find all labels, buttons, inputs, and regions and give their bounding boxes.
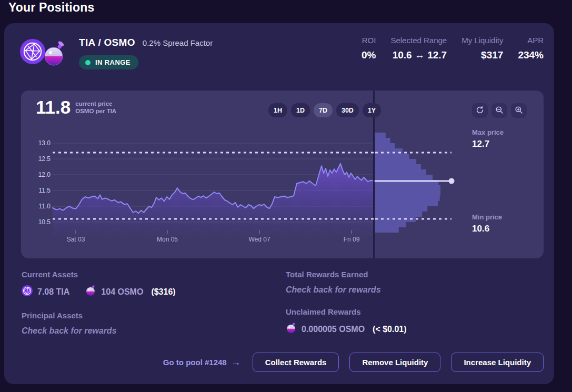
stat-label: ROI xyxy=(362,36,376,45)
chart-zoom-controls xyxy=(472,103,527,118)
osmo-token-icon-small xyxy=(85,285,96,298)
reset-zoom-icon xyxy=(476,106,484,116)
collect-rewards-button[interactable]: Collect Rewards xyxy=(253,353,339,372)
timeframe-1y[interactable]: 1Y xyxy=(363,103,381,117)
liquidity-depth-bar xyxy=(375,159,416,164)
go-to-pool-link[interactable]: Go to pool #1248 → xyxy=(163,357,241,367)
osmo-token-icon xyxy=(43,41,66,68)
pair-name: TIA / OSMO xyxy=(79,37,135,48)
status-label: IN RANGE xyxy=(95,58,131,66)
liquidity-depth-bar xyxy=(375,222,406,227)
osmo-token-icon-small xyxy=(286,323,297,336)
stat-value: 234% xyxy=(518,49,544,61)
zoom-out-icon xyxy=(495,106,504,116)
assets-column: Current Assets 7.08 TIA xyxy=(22,270,269,336)
unclaimed-rewards-header: Unclaimed Rewards xyxy=(286,307,533,316)
liquidity-depth-bar xyxy=(375,133,386,138)
zoom-in-icon xyxy=(515,106,523,116)
total-rewards-note: Check back for rewards xyxy=(286,285,533,295)
reset-zoom-button[interactable] xyxy=(472,103,488,118)
current-price-dot[interactable] xyxy=(449,178,455,184)
chart-panel: 11.8 current price OSMO per TIA 1H 1D 7D… xyxy=(21,91,544,258)
liquidity-depth-bar xyxy=(375,185,440,190)
total-rewards-header: Total Rewards Earned xyxy=(286,270,533,279)
current-price-caption: current price OSMO per TIA xyxy=(75,98,116,115)
unclaimed-amount: 0.000005 OSMO xyxy=(302,325,365,334)
principal-assets-note: Check back for rewards xyxy=(22,326,269,336)
osmo-amount: 104 OSMO xyxy=(101,287,143,297)
liquidity-depth-bar xyxy=(375,190,440,196)
tia-token-icon-small xyxy=(22,285,33,298)
liquidity-depth-bar xyxy=(375,154,409,159)
stat-selected-range: Selected Range 10.6 ↔ 12.7 xyxy=(390,36,447,61)
rewards-column: Total Rewards Earned Check back for rewa… xyxy=(286,270,533,336)
stat-apr: APR 234% xyxy=(518,36,544,61)
max-price-label: Max price xyxy=(472,128,504,136)
tia-amount: 7.08 TIA xyxy=(37,287,69,297)
liquidity-depth-bar xyxy=(375,138,390,143)
max-price-block: Max price 12.7 xyxy=(472,128,504,149)
go-to-pool-label: Go to pool #1248 xyxy=(163,358,227,367)
stat-label: My Liquidity xyxy=(461,36,503,45)
timeframe-selector: 1H 1D 7D 30D 1Y xyxy=(268,103,381,117)
stat-value: $317 xyxy=(481,49,503,61)
min-price-label: Min price xyxy=(472,213,502,221)
max-price-value: 12.7 xyxy=(472,139,504,149)
min-price-value: 10.6 xyxy=(472,224,502,234)
stat-roi: ROI 0% xyxy=(362,36,376,61)
pair-header: TIA / OSMO 0.2% Spread Factor IN RANGE xyxy=(79,37,213,69)
current-price-block: 11.8 current price OSMO per TIA xyxy=(36,98,116,116)
your-positions-screen: Your Positions xyxy=(0,0,572,392)
liquidity-depth-bar xyxy=(375,164,421,169)
liquidity-depth-bar xyxy=(375,227,399,233)
liquidity-depth-bar xyxy=(375,175,433,180)
current-assets-row: 7.08 TIA 104 OSMO ($316) xyxy=(22,285,269,298)
liquidity-depth-bar xyxy=(375,143,395,148)
stat-label: APR xyxy=(527,36,544,45)
arrow-right-icon: → xyxy=(231,357,241,367)
liquidity-depth-bar xyxy=(375,212,422,217)
stat-value: 0% xyxy=(362,49,376,61)
current-price-caption-line1: current price xyxy=(75,100,112,107)
min-price-block: Min price 10.6 xyxy=(472,213,502,234)
zoom-out-button[interactable] xyxy=(491,103,507,118)
principal-assets-header: Principal Assets xyxy=(22,311,269,320)
status-badge: IN RANGE xyxy=(79,55,138,69)
position-card: TIA / OSMO 0.2% Spread Factor IN RANGE R… xyxy=(4,23,554,384)
liquidity-depth-bar xyxy=(375,201,438,206)
spread-factor: 0.2% Spread Factor xyxy=(143,38,213,47)
timeframe-30d[interactable]: 30D xyxy=(336,103,359,117)
unclaimed-rewards-row: 0.000005 OSMO (< $0.01) xyxy=(286,323,533,336)
actions-row: Go to pool #1248 → Collect Rewards Remov… xyxy=(4,351,544,373)
status-dot-icon xyxy=(85,60,91,65)
liquidity-depth-bar xyxy=(375,196,440,201)
zoom-in-button[interactable] xyxy=(511,103,527,118)
current-price-caption-line2: OSMO per TIA xyxy=(75,108,116,114)
liquidity-depth-bar xyxy=(375,206,427,212)
tia-token-icon xyxy=(20,39,45,66)
timeframe-7d[interactable]: 7D xyxy=(314,103,333,117)
stat-label: Selected Range xyxy=(390,36,447,45)
increase-liquidity-button[interactable]: Increase Liquidity xyxy=(451,353,544,372)
position-stats: ROI 0% Selected Range 10.6 ↔ 12.7 My Liq… xyxy=(362,36,544,61)
timeframe-1h[interactable]: 1H xyxy=(268,103,287,117)
assets-usd-value: ($316) xyxy=(151,287,175,297)
remove-liquidity-button[interactable]: Remove Liquidity xyxy=(349,353,440,372)
unclaimed-usd-value: (< $0.01) xyxy=(373,325,406,334)
current-assets-header: Current Assets xyxy=(22,270,269,279)
current-price-value: 11.8 xyxy=(36,98,71,116)
page-title: Your Positions xyxy=(8,1,94,15)
liquidity-depth-bar xyxy=(375,169,426,175)
pair-token-icons xyxy=(20,38,67,71)
stat-value: 10.6 ↔ 12.7 xyxy=(393,49,447,61)
stat-my-liquidity: My Liquidity $317 xyxy=(461,36,503,61)
timeframe-1d[interactable]: 1D xyxy=(291,103,310,117)
